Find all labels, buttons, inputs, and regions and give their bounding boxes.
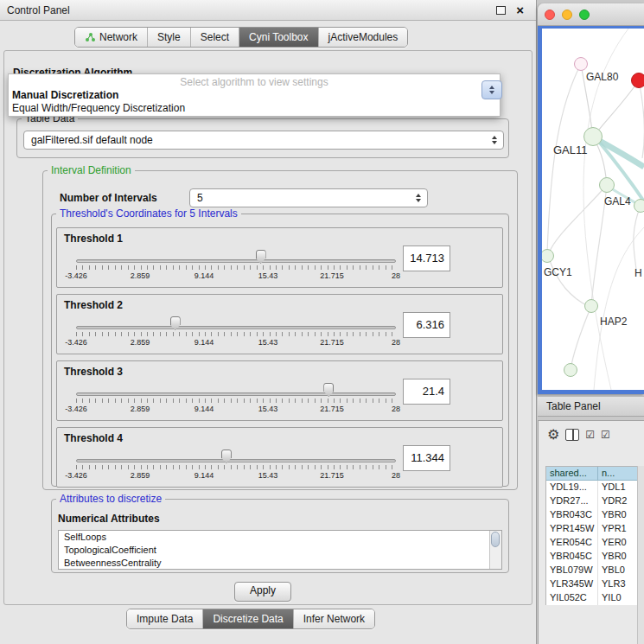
threshold-slider[interactable]: -3.426 2.859 9.144 15.43 21.715 28 <box>76 449 396 480</box>
cell[interactable]: YER0 <box>598 536 640 550</box>
threshold-value-field[interactable]: 6.316 <box>403 312 450 338</box>
network-window-titlebar <box>538 3 644 26</box>
cell[interactable]: YIL052C <box>546 591 598 605</box>
algorithm-combo-stepper[interactable] <box>481 80 502 99</box>
minimize-traffic-light-icon[interactable] <box>562 10 572 20</box>
number-of-intervals-combo[interactable]: 5 <box>189 188 428 207</box>
node-label: HAP2 <box>600 316 627 328</box>
close-traffic-light-icon[interactable] <box>545 10 555 20</box>
threshold-value-field[interactable]: 11.344 <box>403 445 450 471</box>
threshold-slider[interactable]: -3.426 2.859 9.144 15.43 21.715 28 <box>76 382 396 413</box>
table-panel-header: Table Panel <box>538 396 644 417</box>
columns-icon[interactable] <box>565 429 579 441</box>
tab-network-label: Network <box>99 31 137 43</box>
stepper-down-icon <box>489 91 494 94</box>
tab-jactivemodules[interactable]: jActiveModules <box>318 28 408 47</box>
column-header[interactable]: n... <box>598 467 640 481</box>
apply-button[interactable]: Apply <box>234 582 291 602</box>
tab-impute-data-label: Impute Data <box>137 613 193 625</box>
bottom-tab-strip: Impute Data Discretize Data Infer Networ… <box>126 609 375 629</box>
tab-style[interactable]: Style <box>147 28 190 47</box>
node-table: shared... n... YDL19... YDL1 YDR27... YD… <box>545 466 641 605</box>
threshold-value-field[interactable]: 14.713 <box>403 245 450 271</box>
network-node[interactable] <box>599 177 615 193</box>
threshold-value-field[interactable]: 21.4 <box>403 379 450 405</box>
tab-network[interactable]: Network <box>75 28 147 47</box>
network-node-selected[interactable] <box>631 73 644 88</box>
network-node[interactable] <box>634 199 644 213</box>
number-of-intervals-value: 5 <box>190 192 411 204</box>
table-row[interactable]: YBL079W YBL0 <box>546 564 640 577</box>
control-panel-titlebar: Control Panel × <box>0 0 536 21</box>
table-row[interactable]: YBR045C YBR0 <box>546 550 640 564</box>
zoom-traffic-light-icon[interactable] <box>579 10 590 20</box>
algorithm-option-manual[interactable]: Manual Discretization <box>9 89 500 102</box>
close-icon[interactable]: × <box>516 4 524 16</box>
cell[interactable]: YDL19... <box>546 481 598 494</box>
tab-infer-network-label: Infer Network <box>303 613 365 625</box>
slider-track <box>76 459 396 462</box>
cell[interactable]: YBR043C <box>546 508 598 522</box>
combo-arrows-icon <box>488 136 503 144</box>
select-all-checkbox-icon[interactable]: ☑ <box>585 430 595 440</box>
table-row[interactable]: YPR145W YPR1 <box>546 522 640 536</box>
select-none-checkbox-icon[interactable]: ☑ <box>601 430 610 440</box>
tab-infer-network[interactable]: Infer Network <box>293 609 374 628</box>
cell[interactable]: YDL1 <box>598 481 640 494</box>
table-scrollbar[interactable] <box>637 466 644 644</box>
slider-tick-labels: -3.426 2.859 9.144 15.43 21.715 28 <box>76 271 396 280</box>
column-header[interactable]: shared... <box>546 467 598 481</box>
cell[interactable]: YBL079W <box>546 564 598 577</box>
cell[interactable]: YBR0 <box>598 508 640 522</box>
gear-icon[interactable]: ⚙ <box>547 428 559 442</box>
threshold-label: Threshold 1 <box>64 233 123 245</box>
table-row[interactable]: YDL19... YDL1 <box>546 481 640 494</box>
tab-select[interactable]: Select <box>190 28 239 47</box>
threshold-slider[interactable]: -3.426 2.859 9.144 15.43 21.715 28 <box>76 316 396 347</box>
table-data-combo[interactable]: galFiltered.sif default node <box>23 131 504 150</box>
threshold-label: Threshold 2 <box>64 299 123 311</box>
network-canvas[interactable]: GAL80 GAL11 GAL4 GCY1 HAP2 H <box>538 26 644 394</box>
algorithm-dropdown-list: Select algorithm to view settings Manual… <box>8 73 501 117</box>
network-node[interactable] <box>584 299 598 313</box>
node-label: GAL80 <box>586 71 618 83</box>
cell[interactable]: YLR3 <box>598 577 640 591</box>
list-item[interactable]: SelfLoops <box>59 531 501 544</box>
stepper-up-icon <box>489 86 494 89</box>
cell[interactable]: YER054C <box>546 536 598 550</box>
node-label: GAL4 <box>604 195 631 207</box>
cell[interactable]: YDR27... <box>546 494 598 508</box>
tab-impute-data[interactable]: Impute Data <box>127 609 202 628</box>
cell[interactable]: YDR2 <box>598 494 640 508</box>
scrollbar-thumb[interactable] <box>491 532 500 547</box>
cell[interactable]: YBL0 <box>598 564 640 577</box>
list-item[interactable]: BetweennessCentrality <box>59 557 501 570</box>
cell[interactable]: YIL0 <box>598 591 640 605</box>
algorithm-placeholder: Select algorithm to view settings <box>9 74 500 89</box>
tab-cyni-toolbox[interactable]: Cyni Toolbox <box>239 28 317 47</box>
table-row[interactable]: YBR043C YBR0 <box>546 508 640 522</box>
float-window-icon[interactable] <box>496 6 506 15</box>
network-tab-icon <box>85 32 96 42</box>
cell[interactable]: YPR1 <box>598 522 640 536</box>
cell[interactable]: YBR0 <box>598 550 640 564</box>
threshold-label: Threshold 4 <box>64 432 123 444</box>
tab-discretize-data-label: Discretize Data <box>213 613 283 625</box>
list-scrollbar[interactable] <box>489 531 501 569</box>
network-node[interactable] <box>564 363 577 377</box>
table-row[interactable]: YER054C YER0 <box>546 536 640 550</box>
cell[interactable]: YPR145W <box>546 522 598 536</box>
cell[interactable]: YLR345W <box>546 577 598 591</box>
attributes-group-label: Attributes to discretize <box>56 493 165 505</box>
list-item[interactable]: TopologicalCoefficient <box>59 544 501 557</box>
network-node[interactable] <box>540 249 554 263</box>
network-node[interactable] <box>574 57 588 71</box>
tab-discretize-data[interactable]: Discretize Data <box>202 609 292 628</box>
slider-ticks <box>76 399 396 403</box>
threshold-slider[interactable]: -3.426 2.859 9.144 15.43 21.715 28 <box>76 249 396 280</box>
cell[interactable]: YBR045C <box>546 550 598 564</box>
algorithm-option-equal-width[interactable]: Equal Width/Frequency Discretization <box>9 102 500 115</box>
table-row[interactable]: YIL052C YIL0 <box>546 591 640 605</box>
table-row[interactable]: YDR27... YDR2 <box>546 494 640 508</box>
table-row[interactable]: YLR345W YLR3 <box>546 577 640 591</box>
